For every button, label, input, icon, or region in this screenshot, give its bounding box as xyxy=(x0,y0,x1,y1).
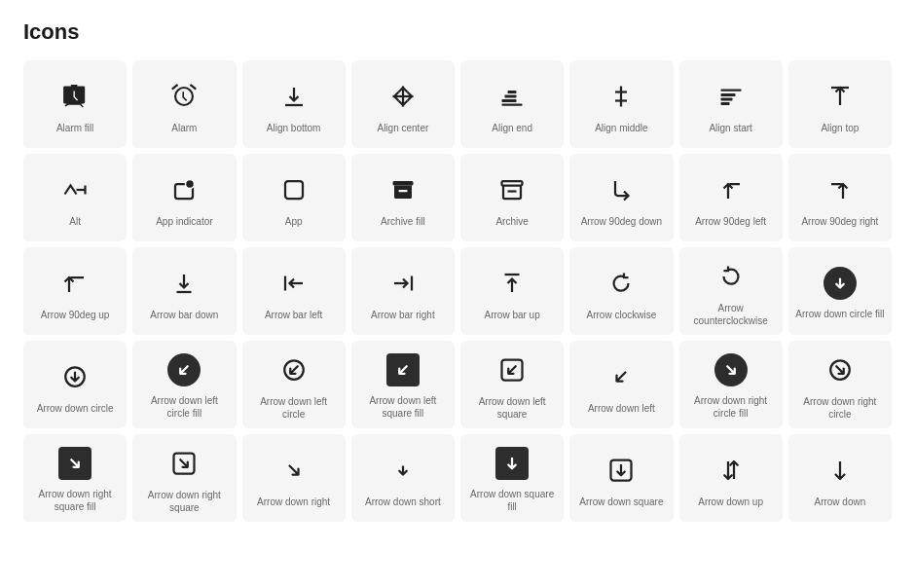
icon-cell-arrow-down-left-circle[interactable]: Arrow down left circle xyxy=(242,341,346,428)
arrow-down-left-square-fill-icon xyxy=(386,353,420,386)
svg-rect-6 xyxy=(505,94,517,97)
arrow-clockwise-label: Arrow clockwise xyxy=(587,309,657,321)
arrow-down-right-square-fill-icon xyxy=(58,447,92,480)
icon-cell-arrow-90deg-right[interactable]: Arrow 90deg right xyxy=(788,154,892,241)
icon-cell-arrow-down-right[interactable]: Arrow down right xyxy=(242,434,346,522)
arrow-counterclockwise-icon xyxy=(719,259,743,294)
icon-grid: Alarm fillAlarmAlign bottomAlign centerA… xyxy=(23,60,892,522)
icon-cell-arrow-down-circle[interactable]: Arrow down circle xyxy=(23,341,127,428)
icon-cell-arrow-down-short[interactable]: Arrow down short xyxy=(351,434,455,522)
icon-cell-arrow-down-right-circle[interactable]: Arrow down right circle xyxy=(788,341,892,428)
arrow-clockwise-icon xyxy=(609,266,633,301)
icon-cell-arrow-90deg-left[interactable]: Arrow 90deg left xyxy=(679,154,783,241)
align-top-icon xyxy=(828,79,852,114)
icon-cell-arrow-down-square[interactable]: Arrow down square xyxy=(569,434,673,522)
arrow-down-square-icon xyxy=(609,453,633,488)
icon-cell-arrow-bar-down[interactable]: Arrow bar down xyxy=(132,247,236,335)
icon-cell-alt[interactable]: Alt xyxy=(23,154,127,241)
app-indicator-icon xyxy=(172,172,196,207)
app-indicator-label: App indicator xyxy=(156,215,212,228)
icon-cell-arrow-bar-up[interactable]: Arrow bar up xyxy=(460,247,564,335)
arrow-down-left-circle-icon xyxy=(282,352,306,387)
arrow-down-left-square-fill-label: Arrow down left square fill xyxy=(356,394,449,420)
icon-cell-arrow-down-right-square-fill[interactable]: Arrow down right square fill xyxy=(23,434,127,522)
icon-cell-arrow-down-right-circle-fill[interactable]: Arrow down right circle fill xyxy=(679,341,783,428)
align-middle-label: Align middle xyxy=(595,122,647,134)
arrow-bar-down-icon xyxy=(172,266,196,301)
align-end-label: Align end xyxy=(492,122,532,134)
arrow-down-right-square-fill-label: Arrow down right square fill xyxy=(29,488,122,513)
svg-rect-23 xyxy=(392,181,413,186)
arrow-bar-right-icon xyxy=(391,266,415,301)
arrow-90deg-right-icon xyxy=(828,172,852,207)
icon-cell-arrow-down-left-square[interactable]: Arrow down left square xyxy=(460,341,564,428)
icon-cell-arrow-down-square-fill[interactable]: Arrow down square fill xyxy=(460,434,564,522)
svg-rect-7 xyxy=(502,99,517,102)
arrow-90deg-down-icon xyxy=(609,172,633,207)
arrow-down-circle-label: Arrow down circle xyxy=(37,402,114,415)
icon-cell-arrow-clockwise[interactable]: Arrow clockwise xyxy=(569,247,673,335)
arrow-down-right-square-label: Arrow down right square xyxy=(138,489,231,514)
arrow-90deg-down-label: Arrow 90deg down xyxy=(581,215,662,228)
arrow-down-right-label: Arrow down right xyxy=(257,496,330,508)
icon-cell-arrow-down-left[interactable]: Arrow down left xyxy=(569,341,673,428)
icon-cell-arrow-down-left-square-fill[interactable]: Arrow down left square fill xyxy=(351,341,455,428)
arrow-90deg-left-label: Arrow 90deg left xyxy=(695,215,766,228)
icon-cell-app-indicator[interactable]: App indicator xyxy=(132,154,236,241)
icon-cell-arrow-bar-left[interactable]: Arrow bar left xyxy=(242,247,346,335)
arrow-down-up-icon xyxy=(719,453,743,488)
app-icon xyxy=(282,172,306,207)
icon-cell-arrow-down-up[interactable]: Arrow down up xyxy=(679,434,783,522)
arrow-down-short-label: Arrow down short xyxy=(365,496,441,508)
icon-cell-align-start[interactable]: Align start xyxy=(679,60,783,148)
align-start-label: Align start xyxy=(709,122,751,134)
archive-icon xyxy=(500,172,524,207)
icon-cell-arrow-down-right-square[interactable]: Arrow down right square xyxy=(132,434,236,522)
icon-cell-arrow-down-circle-fill[interactable]: Arrow down circle fill xyxy=(788,247,892,335)
arrow-down-right-circle-icon xyxy=(828,352,852,387)
icon-cell-app[interactable]: App xyxy=(242,154,346,241)
align-center-icon xyxy=(391,79,415,114)
icon-cell-arrow-down[interactable]: Arrow down xyxy=(788,434,892,522)
page-title: Icons xyxy=(23,19,892,45)
icon-cell-align-bottom[interactable]: Align bottom xyxy=(242,60,346,148)
arrow-bar-right-label: Arrow bar right xyxy=(371,309,435,321)
icon-cell-arrow-90deg-up[interactable]: Arrow 90deg up xyxy=(23,247,127,335)
svg-rect-14 xyxy=(720,97,732,100)
icon-cell-arrow-down-left-circle-fill[interactable]: Arrow down left circle fill xyxy=(132,341,236,428)
icon-cell-arrow-counterclockwise[interactable]: Arrow counterclockwise xyxy=(679,247,783,335)
arrow-bar-up-icon xyxy=(500,266,524,301)
icon-cell-align-top[interactable]: Align top xyxy=(788,60,892,148)
arrow-bar-left-label: Arrow bar left xyxy=(265,309,322,321)
svg-point-21 xyxy=(186,179,195,188)
arrow-down-right-circle-fill-label: Arrow down right circle fill xyxy=(684,394,777,420)
icon-cell-arrow-90deg-down[interactable]: Arrow 90deg down xyxy=(569,154,673,241)
icon-cell-align-middle[interactable]: Align middle xyxy=(569,60,673,148)
svg-rect-15 xyxy=(720,102,729,105)
arrow-down-right-circle-label: Arrow down right circle xyxy=(793,395,886,421)
icon-cell-align-center[interactable]: Align center xyxy=(351,60,455,148)
arrow-bar-left-icon xyxy=(282,266,306,301)
svg-rect-5 xyxy=(508,91,517,93)
icon-cell-arrow-bar-right[interactable]: Arrow bar right xyxy=(351,247,455,335)
icon-cell-archive[interactable]: Archive xyxy=(460,154,564,241)
arrow-90deg-up-icon xyxy=(63,266,87,301)
arrow-down-left-circle-fill-icon xyxy=(167,353,201,386)
icon-cell-align-end[interactable]: Align end xyxy=(460,60,564,148)
arrow-bar-up-label: Arrow bar up xyxy=(485,309,540,321)
svg-rect-22 xyxy=(285,181,303,199)
arrow-down-circle-fill-icon xyxy=(824,267,857,300)
arrow-down-right-square-icon xyxy=(172,446,196,481)
arrow-down-left-label: Arrow down left xyxy=(588,402,655,415)
arrow-bar-down-label: Arrow bar down xyxy=(150,309,218,321)
align-bottom-icon xyxy=(282,79,306,114)
svg-rect-13 xyxy=(720,93,735,96)
icon-cell-alarm[interactable]: Alarm xyxy=(132,60,236,148)
icon-cell-alarm-fill[interactable]: Alarm fill xyxy=(23,60,127,148)
icon-cell-archive-fill[interactable]: Archive fill xyxy=(351,154,455,241)
svg-rect-25 xyxy=(502,181,523,186)
arrow-90deg-left-icon xyxy=(719,172,743,207)
align-middle-icon xyxy=(609,79,633,114)
arrow-down-circle-icon xyxy=(63,359,87,394)
alarm-icon xyxy=(171,79,197,114)
